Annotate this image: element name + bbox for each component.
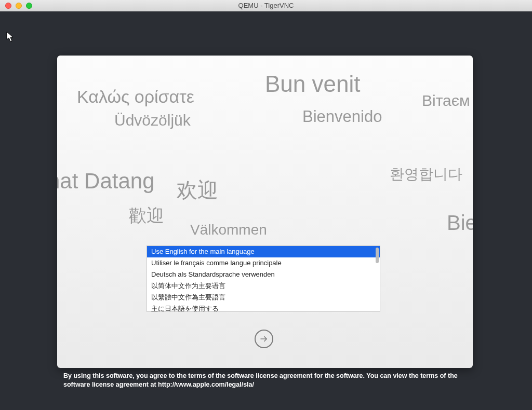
language-option[interactable]: 主に日本語を使用する — [147, 303, 380, 312]
welcome-word: Вітаєм — [422, 92, 470, 110]
welcome-word: 歡迎 — [129, 204, 164, 228]
language-list[interactable]: Use English for the main languageUtilise… — [147, 245, 380, 312]
arrow-right-icon — [259, 334, 269, 344]
language-option[interactable]: Use English for the main language — [147, 246, 380, 257]
language-option[interactable]: Deutsch als Standardsprache verwenden — [147, 269, 380, 280]
language-option[interactable]: Utiliser le français comme langue princi… — [147, 257, 380, 269]
welcome-word: Bienvenido — [302, 107, 382, 126]
continue-button[interactable] — [255, 330, 273, 348]
welcome-word: Bun venit — [265, 71, 360, 97]
license-agreement-text: By using this software, you agree to the… — [63, 372, 474, 389]
vm-desktop: Καλώς ορίσατεÜdvözöljükBun venitBienveni… — [0, 11, 532, 410]
welcome-word: Καλώς ορίσατε — [77, 87, 194, 107]
welcome-word: 欢迎 — [177, 176, 218, 204]
language-option[interactable]: 以繁體中文作為主要語言 — [147, 292, 380, 303]
welcome-word: nat Datang — [57, 169, 155, 194]
mouse-cursor-icon — [6, 31, 15, 43]
welcome-word: Üdvözöljük — [114, 112, 191, 129]
welcome-word: Välkommen — [190, 222, 267, 238]
list-scrollbar-thumb[interactable] — [376, 248, 379, 263]
language-option[interactable]: 以简体中文作为主要语言 — [147, 280, 380, 292]
welcome-word: Bie — [447, 211, 473, 235]
window-title: QEMU - TigerVNC — [0, 2, 532, 9]
window-titlebar: QEMU - TigerVNC — [0, 0, 532, 11]
setup-assistant-panel: Καλώς ορίσατεÜdvözöljükBun venitBienveni… — [57, 56, 473, 368]
welcome-word: 환영합니다 — [390, 165, 462, 184]
